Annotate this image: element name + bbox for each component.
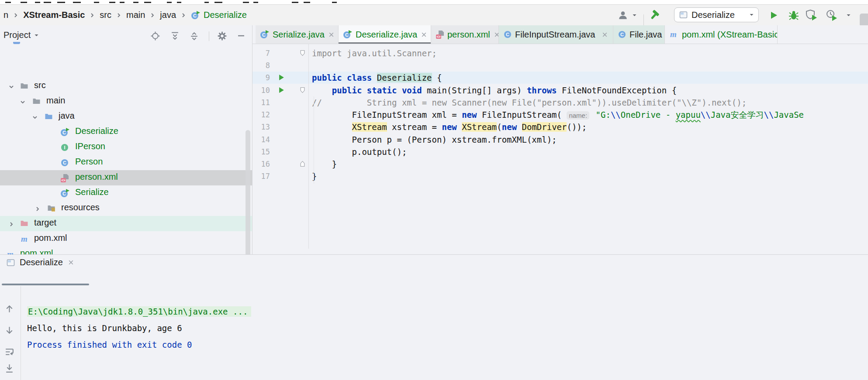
tree-item-target[interactable]: target [0, 216, 252, 231]
scroll-to-end-button[interactable] [4, 363, 15, 376]
breadcrumb-item[interactable]: n [3, 10, 8, 20]
line-number: 16 [252, 158, 270, 170]
code-line-14[interactable]: Person p = (Person) xstream.fromXML(xml)… [312, 134, 557, 146]
editor-tab-fileinputstream-java[interactable]: CFileInputStream.java [499, 25, 613, 44]
run-configuration-select[interactable]: Deserialize [674, 7, 759, 22]
collapse-all-button[interactable] [189, 31, 199, 43]
code-line-7[interactable]: import java.util.Scanner; [312, 47, 437, 59]
tree-item-resources[interactable]: resources [0, 201, 252, 216]
fold-marker[interactable] [300, 161, 305, 169]
code-line-13[interactable]: XStream xstream = new XStream(new DomDri… [312, 121, 587, 133]
tree-item-person[interactable]: CPerson [0, 155, 252, 170]
coverage-icon [806, 9, 819, 21]
breadcrumb-item[interactable]: CDeserialize [191, 10, 247, 20]
run-line-icon [279, 74, 284, 81]
tab-label: person.xml [447, 30, 490, 40]
expand-all-button[interactable] [170, 31, 180, 43]
breadcrumb-item[interactable]: XStream-Basic [23, 10, 85, 20]
chevron-down-icon[interactable] [631, 5, 638, 25]
user-icon [617, 10, 629, 21]
code-line-16[interactable]: } [312, 158, 337, 170]
locate-button[interactable] [150, 31, 160, 43]
settings-button[interactable] [217, 31, 227, 43]
code-token: Java安全学习 [711, 110, 764, 120]
svg-text:C: C [193, 13, 197, 18]
code-token: new [502, 122, 517, 132]
close-icon[interactable] [601, 31, 609, 38]
profiler-button[interactable] [825, 5, 840, 25]
chevron-down-icon[interactable] [845, 5, 852, 25]
code-line-10[interactable]: public static void main(String[] args) t… [312, 84, 677, 96]
file-type-icon: m [669, 30, 679, 39]
folder-gray-icon [32, 97, 41, 105]
breadcrumb-label: Deserialize [204, 10, 247, 20]
tree-toggle[interactable] [34, 205, 41, 215]
tree-item-iperson[interactable]: IIPerson [0, 140, 252, 155]
code-token: FileInputStream( [477, 110, 567, 120]
editor-tab-pom-xml-xstream-basic-[interactable]: mpom.xml (XStream-Basic) [665, 25, 778, 44]
interface-holder: I [60, 143, 69, 154]
breadcrumb-item[interactable]: src [100, 10, 111, 20]
hide-button[interactable] [236, 31, 246, 42]
tree-item-src[interactable]: src [0, 79, 252, 94]
close-icon[interactable] [328, 31, 335, 38]
code-token [517, 122, 522, 132]
collapse-all-icon [189, 31, 199, 41]
user-button[interactable] [617, 5, 629, 25]
code-line-17[interactable]: } [312, 170, 317, 182]
run-with-coverage-button[interactable] [805, 5, 819, 25]
debug-button[interactable] [787, 5, 800, 25]
fold-marker[interactable] [300, 87, 305, 95]
close-icon[interactable] [493, 31, 499, 38]
soft-wrap-button[interactable] [4, 346, 15, 359]
tree-item-deserialize[interactable]: CDeserialize [0, 124, 252, 140]
breadcrumb-item[interactable]: java [160, 10, 176, 20]
maven-icon: m [20, 235, 30, 243]
tree-item-pom-xml[interactable]: mpom.xml [0, 246, 252, 254]
editor-tab-serialize-java[interactable]: CSerialize.java [256, 25, 339, 44]
tree-item-label: target [34, 218, 56, 228]
folder-resources-holder [47, 204, 56, 214]
tree-item-main[interactable]: main [0, 94, 252, 109]
class-holder: C [60, 158, 69, 169]
editor-tab-person-xml[interactable]: <>person.xml [431, 25, 499, 44]
code-line-15[interactable]: p.output(); [312, 146, 407, 158]
chevron-right-icon [8, 221, 15, 228]
menu-text-clipped [109, 2, 115, 3]
run-line-button[interactable] [279, 74, 284, 82]
build-button[interactable] [648, 5, 661, 25]
tree-item-serialize[interactable]: CSerialize [0, 185, 252, 201]
run-tab[interactable]: Deserialize [6, 257, 75, 267]
fold-marker[interactable] [300, 50, 305, 58]
clipped-toolbar-button[interactable] [860, 14, 868, 27]
code-token: "G: [596, 110, 611, 120]
code-token: new [462, 110, 477, 120]
project-view-selector[interactable]: Project [3, 30, 39, 40]
editor-area[interactable]: CSerialize.javaCDeserialize.java<>person… [252, 25, 868, 254]
run-button[interactable] [767, 5, 780, 25]
code-line-11[interactable]: // String xml = new Scanner(new File("pe… [312, 96, 747, 109]
breadcrumb-item[interactable]: main [126, 10, 145, 20]
tree-item-java[interactable]: java [0, 109, 252, 124]
breadcrumb-label: main [126, 10, 145, 20]
tree-toggle[interactable] [19, 98, 26, 108]
tree-toggle[interactable] [8, 220, 15, 230]
breadcrumb: nXStream-BasicsrcmainjavaCDeserialize [3, 5, 247, 25]
tree-item-person-xml[interactable]: <>person.xml [0, 170, 252, 185]
editor-tab-file-java[interactable]: CFile.java [613, 25, 665, 44]
code-token: \\ [701, 110, 711, 120]
code-token: new [442, 122, 456, 132]
arrow-down-button[interactable] [4, 325, 15, 337]
breadcrumb-separator-icon [115, 12, 122, 19]
tree-toggle[interactable] [31, 113, 38, 123]
run-line-button[interactable] [279, 87, 284, 95]
arrow-up-button[interactable] [4, 304, 15, 316]
close-icon[interactable] [67, 259, 75, 266]
code-line-12[interactable]: FileInputStream xml = new FileInputStrea… [312, 109, 804, 121]
close-icon[interactable] [420, 31, 428, 38]
project-scrollbar[interactable] [246, 130, 250, 273]
tree-item-pom-xml[interactable]: mpom.xml [0, 231, 252, 246]
editor-tab-deserialize-java[interactable]: CDeserialize.java [339, 25, 431, 44]
tree-toggle[interactable] [8, 82, 15, 92]
code-line-9[interactable]: public class Deserialize { [312, 72, 442, 84]
